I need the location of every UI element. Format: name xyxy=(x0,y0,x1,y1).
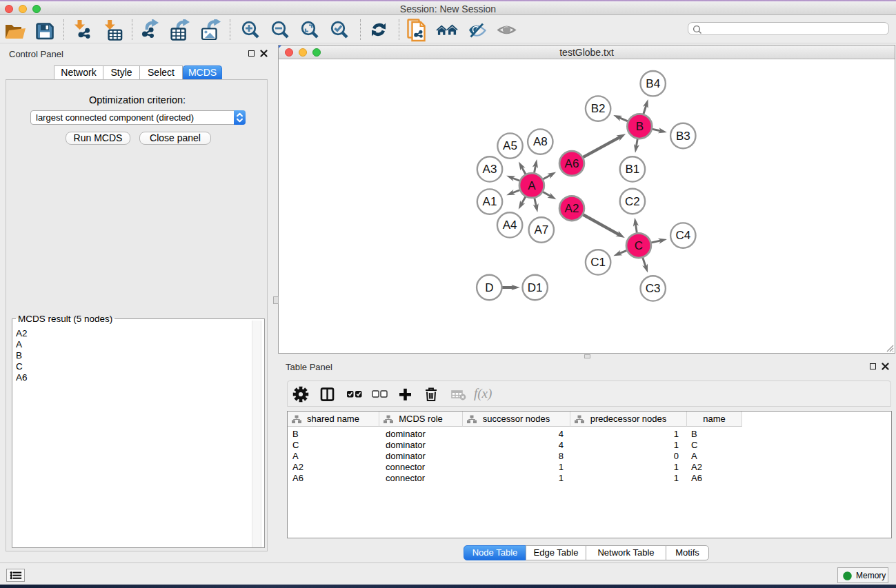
svg-text:A8: A8 xyxy=(533,135,548,148)
svg-text:A7: A7 xyxy=(534,223,548,236)
svg-text:B1: B1 xyxy=(626,163,640,176)
svg-text:A6: A6 xyxy=(565,157,579,170)
svg-text:B4: B4 xyxy=(646,77,660,90)
svg-text:C3: C3 xyxy=(646,282,661,295)
svg-text:C: C xyxy=(635,239,643,252)
svg-text:B: B xyxy=(636,120,644,133)
svg-text:C2: C2 xyxy=(625,195,640,208)
svg-text:A1: A1 xyxy=(483,195,497,208)
svg-text:D1: D1 xyxy=(528,281,543,294)
svg-text:A2: A2 xyxy=(565,202,579,215)
svg-text:C4: C4 xyxy=(675,229,690,242)
svg-text:A4: A4 xyxy=(503,219,517,232)
svg-text:A3: A3 xyxy=(483,163,497,176)
svg-text:A: A xyxy=(528,179,536,192)
svg-text:D: D xyxy=(485,281,493,294)
svg-text:A5: A5 xyxy=(503,139,517,152)
svg-text:C1: C1 xyxy=(590,256,606,269)
svg-text:B3: B3 xyxy=(676,130,690,143)
svg-text:B2: B2 xyxy=(591,102,606,115)
